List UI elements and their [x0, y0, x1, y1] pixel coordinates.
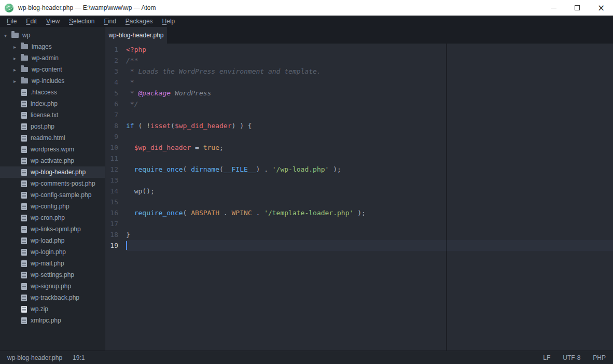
- code-line-9[interactable]: 9: [105, 131, 613, 142]
- line-number[interactable]: 7: [105, 109, 126, 120]
- code-line-6[interactable]: 6 */: [105, 99, 613, 109]
- tree-file-wp.zip[interactable]: wp.zip: [0, 303, 105, 315]
- editor-pane: wp-blog-header.php 1<?php2/**3 * Loads t…: [105, 27, 613, 351]
- code-line-8[interactable]: 8if ( !isset($wp_did_header) ) {: [105, 120, 613, 131]
- menu-selection[interactable]: Selection: [64, 16, 99, 27]
- minimize-button[interactable]: [541, 0, 565, 16]
- close-button[interactable]: ×: [589, 0, 613, 16]
- tree-file-xmlrpc.php[interactable]: xmlrpc.php: [0, 315, 105, 326]
- code-token: (: [183, 165, 191, 173]
- tree-folder-wp[interactable]: ▾wp: [0, 30, 105, 41]
- text-cursor: [126, 241, 127, 250]
- tree-file-wp-config-sample.php[interactable]: wp-config-sample.php: [0, 189, 105, 201]
- code-line-13[interactable]: 13: [105, 175, 613, 186]
- menu-file[interactable]: File: [2, 16, 21, 27]
- tree-file-wp-config.php[interactable]: wp-config.php: [0, 201, 105, 212]
- chevron-down-icon[interactable]: ▾: [4, 33, 11, 38]
- menu-help[interactable]: Help: [158, 16, 180, 27]
- file-icon: [21, 135, 27, 142]
- status-grammar[interactable]: PHP: [593, 354, 606, 361]
- code-line-5[interactable]: 5 * @package WordPress: [105, 88, 613, 99]
- code-token: '/wp-load.php': [272, 165, 329, 173]
- line-number[interactable]: 12: [105, 164, 126, 175]
- code-line-12[interactable]: 12 require_once( dirname(__FILE__) . '/w…: [105, 164, 613, 175]
- line-number[interactable]: 10: [105, 142, 126, 153]
- tree-file-wordpress.wpm[interactable]: wordpress.wpm: [0, 144, 105, 155]
- tree-file-wp-comments-post.php[interactable]: wp-comments-post.php: [0, 178, 105, 189]
- code-line-18[interactable]: 18}: [105, 229, 613, 240]
- line-number[interactable]: 16: [105, 207, 126, 218]
- tree-folder-wp-content[interactable]: ▸wp-content: [0, 64, 105, 75]
- chevron-right-icon[interactable]: ▸: [13, 44, 21, 50]
- code-token: <?php: [126, 46, 146, 53]
- tree-file-wp-login.php[interactable]: wp-login.php: [0, 246, 105, 258]
- editor[interactable]: 1<?php2/**3 * Loads the WordPress enviro…: [105, 44, 613, 351]
- code-token: * Loads the WordPress environment and te…: [126, 67, 321, 75]
- tree-item-label: wp-includes: [32, 77, 64, 85]
- tree-folder-wp-admin[interactable]: ▸wp-admin: [0, 52, 105, 64]
- line-number[interactable]: 5: [105, 88, 126, 99]
- tree-file-wp-load.php[interactable]: wp-load.php: [0, 235, 105, 246]
- code-line-2[interactable]: 2/**: [105, 55, 613, 66]
- line-number[interactable]: 19: [105, 240, 126, 251]
- tree-file-wp-links-opml.php[interactable]: wp-links-opml.php: [0, 223, 105, 235]
- line-number[interactable]: 9: [105, 131, 126, 142]
- tab-wp-blog-header[interactable]: wp-blog-header.php: [105, 27, 167, 44]
- tree-folder-images[interactable]: ▸images: [0, 41, 105, 52]
- tree-file-wp-settings.php[interactable]: wp-settings.php: [0, 269, 105, 281]
- line-number[interactable]: 8: [105, 120, 126, 131]
- menu-find[interactable]: Find: [99, 16, 120, 27]
- code-line-16[interactable]: 16 require_once( ABSPATH . WPINC . '/tem…: [105, 207, 613, 218]
- tree-file-wp-signup.php[interactable]: wp-signup.php: [0, 281, 105, 292]
- menu-view[interactable]: View: [41, 16, 64, 27]
- file-icon: [21, 203, 27, 210]
- code-token: dirname: [191, 165, 219, 173]
- line-number[interactable]: 4: [105, 77, 126, 88]
- tree-file-.htaccess[interactable]: .htaccess: [0, 87, 105, 98]
- line-number[interactable]: 3: [105, 66, 126, 77]
- menu-packages[interactable]: Packages: [121, 16, 158, 27]
- menu-edit[interactable]: Edit: [21, 16, 41, 27]
- code-line-1[interactable]: 1<?php: [105, 44, 613, 55]
- line-number[interactable]: 17: [105, 218, 126, 229]
- code-line-17[interactable]: 17: [105, 218, 613, 229]
- maximize-button[interactable]: [565, 0, 589, 16]
- line-number[interactable]: 1: [105, 44, 126, 55]
- tree-file-license.txt[interactable]: license.txt: [0, 109, 105, 121]
- status-encoding[interactable]: UTF-8: [563, 354, 580, 361]
- line-number[interactable]: 18: [105, 229, 126, 240]
- code-token: .: [219, 209, 231, 217]
- tree-file-post.php[interactable]: post.php: [0, 121, 105, 132]
- chevron-right-icon[interactable]: ▸: [13, 78, 21, 84]
- status-line-ending[interactable]: LF: [543, 354, 550, 361]
- code-line-11[interactable]: 11: [105, 153, 613, 164]
- tree-file-wp-trackback.php[interactable]: wp-trackback.php: [0, 292, 105, 303]
- code-line-19[interactable]: 19: [105, 240, 613, 251]
- line-number[interactable]: 2: [105, 55, 126, 66]
- tree-file-wp-mail.php[interactable]: wp-mail.php: [0, 258, 105, 269]
- status-cursor-position[interactable]: 19:1: [73, 354, 85, 361]
- tree-file-wp-cron.php[interactable]: wp-cron.php: [0, 212, 105, 223]
- line-number[interactable]: 14: [105, 186, 126, 197]
- tree-file-wp-activate.php[interactable]: wp-activate.php: [0, 155, 105, 166]
- line-number[interactable]: 13: [105, 175, 126, 186]
- tree-file-wp-blog-header.php[interactable]: wp-blog-header.php: [0, 166, 105, 178]
- code-line-14[interactable]: 14 wp();: [105, 186, 613, 197]
- tree-file-index.php[interactable]: index.php: [0, 98, 105, 109]
- line-number[interactable]: 15: [105, 197, 126, 207]
- tree-folder-wp-includes[interactable]: ▸wp-includes: [0, 75, 105, 87]
- code-line-7[interactable]: 7: [105, 109, 613, 120]
- code-line-15[interactable]: 15: [105, 197, 613, 207]
- line-content: [126, 153, 613, 164]
- chevron-right-icon[interactable]: ▸: [13, 67, 21, 73]
- tree-item-label: license.txt: [31, 111, 58, 119]
- line-number[interactable]: 6: [105, 99, 126, 109]
- chevron-right-icon[interactable]: ▸: [13, 55, 21, 61]
- code-token: (: [183, 209, 191, 217]
- line-number[interactable]: 11: [105, 153, 126, 164]
- code-line-4[interactable]: 4 *: [105, 77, 613, 88]
- tree-file-readme.html[interactable]: readme.html: [0, 132, 105, 144]
- code-line-3[interactable]: 3 * Loads the WordPress environment and …: [105, 66, 613, 77]
- code-line-10[interactable]: 10 $wp_did_header = true;: [105, 142, 613, 153]
- window-controls: ×: [541, 0, 613, 16]
